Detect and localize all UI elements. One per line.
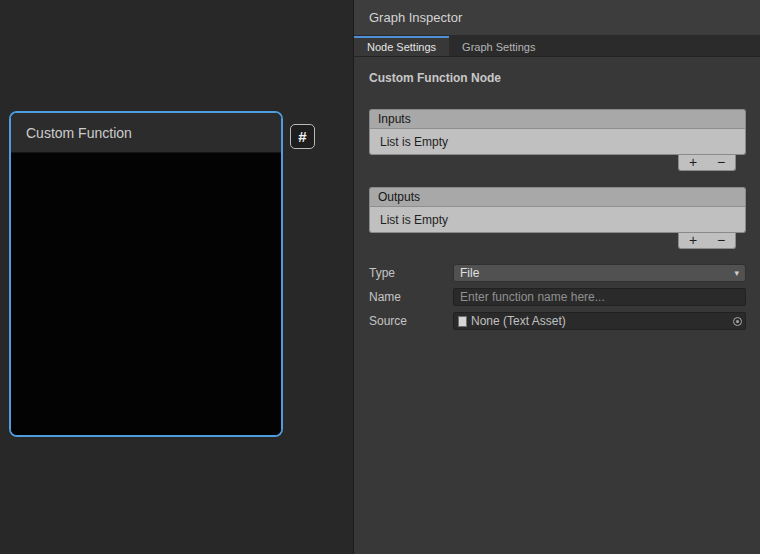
source-object-field[interactable]: None (Text Asset) bbox=[453, 312, 746, 330]
name-field-wrap bbox=[453, 288, 746, 306]
tab-graph-settings[interactable]: Graph Settings bbox=[449, 36, 548, 56]
graph-canvas[interactable]: Custom Function # bbox=[0, 0, 353, 554]
type-dropdown-value: File bbox=[460, 266, 479, 280]
type-label: Type bbox=[369, 266, 453, 280]
inspector-titlebar[interactable]: Graph Inspector bbox=[354, 0, 760, 36]
function-name-input[interactable] bbox=[453, 288, 746, 306]
inspector-tabs: Node Settings Graph Settings bbox=[354, 36, 760, 57]
object-picker-icon[interactable] bbox=[729, 313, 745, 329]
tab-graph-settings-label: Graph Settings bbox=[462, 41, 535, 53]
inputs-empty-text: List is Empty bbox=[380, 135, 448, 149]
custom-function-node[interactable]: Custom Function bbox=[10, 112, 282, 436]
node-title: Custom Function bbox=[26, 125, 132, 141]
name-label: Name bbox=[369, 290, 453, 304]
outputs-add-button[interactable]: + bbox=[681, 234, 705, 247]
source-label: Source bbox=[369, 314, 453, 328]
outputs-remove-button[interactable]: − bbox=[709, 234, 733, 247]
chevron-down-icon: ▾ bbox=[734, 268, 739, 278]
source-field-row: Source None (Text Asset) bbox=[369, 312, 746, 330]
fields-section: Type File ▾ Name Source None (Text Asset… bbox=[354, 264, 760, 330]
inputs-list-title: Inputs bbox=[378, 112, 411, 126]
outputs-list-empty-row: List is Empty bbox=[369, 207, 746, 233]
outputs-list: Outputs List is Empty + − bbox=[369, 187, 746, 249]
inspector-title: Graph Inspector bbox=[369, 10, 462, 25]
outputs-list-footer: + − bbox=[369, 233, 746, 249]
inputs-list: Inputs List is Empty + − bbox=[369, 109, 746, 171]
name-field-row: Name bbox=[369, 288, 746, 306]
outputs-list-header: Outputs bbox=[369, 187, 746, 207]
graph-inspector-panel: Graph Inspector Node Settings Graph Sett… bbox=[353, 0, 760, 554]
inputs-remove-button[interactable]: − bbox=[709, 156, 733, 169]
tab-node-settings-label: Node Settings bbox=[367, 41, 436, 53]
inputs-add-button[interactable]: + bbox=[681, 156, 705, 169]
section-heading: Custom Function Node bbox=[354, 57, 760, 85]
outputs-empty-text: List is Empty bbox=[380, 213, 448, 227]
hash-badge-icon[interactable]: # bbox=[290, 124, 315, 149]
type-field-row: Type File ▾ bbox=[369, 264, 746, 282]
type-dropdown[interactable]: File ▾ bbox=[453, 264, 746, 282]
tab-node-settings[interactable]: Node Settings bbox=[354, 36, 449, 56]
text-asset-icon bbox=[458, 316, 467, 327]
outputs-list-title: Outputs bbox=[378, 190, 420, 204]
inputs-list-empty-row: List is Empty bbox=[369, 129, 746, 155]
node-body bbox=[11, 153, 281, 436]
inputs-list-footer: + − bbox=[369, 155, 746, 171]
inputs-list-header: Inputs bbox=[369, 109, 746, 129]
hash-badge-label: # bbox=[298, 128, 306, 145]
node-header[interactable]: Custom Function bbox=[11, 113, 281, 153]
source-object-value: None (Text Asset) bbox=[471, 314, 729, 328]
